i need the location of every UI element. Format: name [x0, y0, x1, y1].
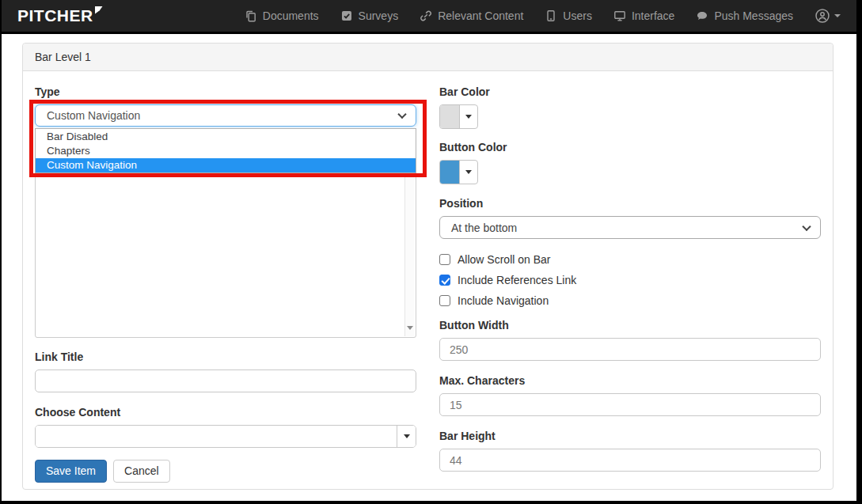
checkbox-label[interactable]: Include Navigation [458, 294, 549, 307]
choose-content-caret-button[interactable] [397, 426, 416, 447]
nav-item-users[interactable]: Users [545, 9, 592, 22]
nav-label: Documents [263, 9, 319, 22]
button-width-label: Button Width [439, 319, 821, 332]
button-color-swatch [440, 161, 460, 184]
choose-content-label: Choose Content [35, 406, 416, 419]
caret-down-icon [404, 434, 410, 438]
type-select-value: Custom Navigation [47, 109, 140, 122]
type-option-custom-navigation[interactable]: Custom Navigation [36, 158, 416, 172]
pitcher-logo[interactable]: PITCHER [17, 6, 103, 25]
scroll-down-arrow-icon[interactable] [407, 326, 413, 330]
panel-body: Type Custom Navigation Bar Disabled Chap… [23, 71, 833, 495]
chevron-down-icon [834, 14, 841, 17]
pitcher-pennant-icon [94, 6, 103, 14]
choose-content-combobox [35, 425, 416, 448]
top-navbar: PITCHER Documents Surveys Relevant Conte… [2, 0, 856, 34]
save-item-button[interactable]: Save Item [35, 460, 107, 483]
checkbox-label[interactable]: Include References Link [458, 274, 576, 286]
type-widget: Custom Navigation Bar Disabled Chapters … [35, 104, 416, 338]
checkbox-label[interactable]: Allow Scroll on Bar [458, 253, 551, 266]
nav-item-push-messages[interactable]: Push Messages [696, 9, 793, 22]
include-navigation-checkbox[interactable] [439, 295, 450, 306]
documents-icon [245, 9, 257, 22]
type-option-chapters[interactable]: Chapters [36, 144, 416, 158]
bar-color-caret [460, 105, 477, 128]
chevron-down-icon [802, 222, 811, 230]
allow-scroll-checkbox-row[interactable]: Allow Scroll on Bar [439, 253, 821, 266]
right-column: Bar Color Button Color Position At the b… [439, 83, 821, 483]
left-column: Type Custom Navigation Bar Disabled Chap… [35, 83, 416, 483]
max-characters-input[interactable] [439, 393, 821, 416]
include-references-checkbox-row[interactable]: Include References Link [439, 274, 821, 286]
user-menu[interactable] [815, 8, 841, 24]
type-dropdown-menu: Bar Disabled Chapters Custom Navigation [35, 128, 416, 173]
link-title-label: Link Title [35, 351, 416, 363]
bar-height-label: Bar Height [439, 430, 821, 442]
users-icon [545, 9, 557, 22]
include-references-checkbox[interactable] [439, 275, 450, 286]
position-label: Position [439, 197, 821, 210]
user-circle-icon [815, 8, 830, 24]
bar-color-picker[interactable] [439, 104, 478, 129]
type-label: Type [35, 85, 416, 98]
relevant-content-icon [420, 9, 432, 22]
include-navigation-checkbox-row[interactable]: Include Navigation [439, 294, 821, 307]
max-characters-label: Max. Characters [439, 374, 821, 387]
nav-item-interface[interactable]: Interface [613, 9, 674, 22]
type-select[interactable]: Custom Navigation [35, 104, 416, 127]
position-select-value: At the bottom [451, 222, 517, 234]
panel-title: Bar Level 1 [23, 44, 833, 71]
button-color-caret [460, 161, 477, 184]
link-title-input[interactable] [35, 369, 416, 392]
nav-item-surveys[interactable]: Surveys [340, 9, 399, 22]
navbar-menu: Documents Surveys Relevant Content Users… [245, 8, 841, 24]
brand-text: PITCHER [17, 6, 93, 25]
nav-label: Relevant Content [438, 9, 523, 22]
allow-scroll-checkbox[interactable] [439, 254, 450, 265]
caret-down-icon [465, 115, 472, 119]
nav-item-relevant-content[interactable]: Relevant Content [420, 9, 523, 22]
push-messages-icon [696, 9, 708, 22]
nav-label: Interface [632, 9, 674, 22]
form-actions: Save Item Cancel [35, 460, 416, 483]
nav-label: Push Messages [714, 9, 793, 22]
nav-item-documents[interactable]: Documents [245, 9, 319, 22]
button-color-label: Button Color [439, 141, 821, 153]
choose-content-input[interactable] [36, 426, 397, 447]
chevron-down-icon [397, 110, 406, 119]
interface-icon [613, 9, 626, 22]
nav-label: Users [563, 9, 592, 22]
bar-height-input[interactable] [439, 449, 821, 472]
bar-color-swatch [440, 105, 460, 128]
position-select[interactable]: At the bottom [439, 216, 821, 239]
bar-options-checkboxes: Allow Scroll on Bar Include References L… [439, 253, 821, 307]
bar-settings-panel: Bar Level 1 Type Custom Navigation Bar D… [22, 43, 834, 490]
bar-color-label: Bar Color [439, 85, 821, 98]
surveys-icon [340, 9, 353, 22]
type-option-bar-disabled[interactable]: Bar Disabled [36, 130, 416, 144]
caret-down-icon [465, 170, 472, 174]
button-width-input[interactable] [439, 338, 821, 361]
button-color-picker[interactable] [439, 160, 478, 184]
cancel-button[interactable]: Cancel [113, 460, 170, 483]
nav-label: Surveys [359, 9, 399, 22]
